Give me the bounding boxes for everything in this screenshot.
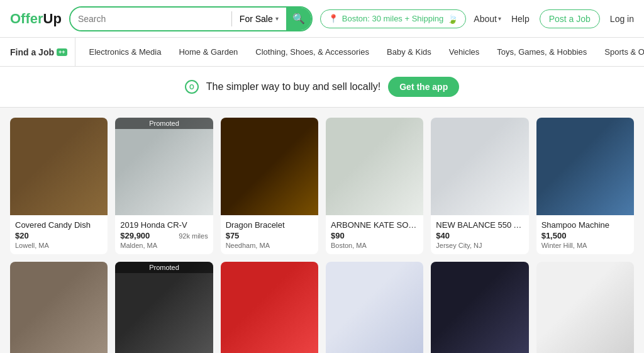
product-info: 2019 Honda CR-V$29,90092k milesMalden, M… (115, 215, 213, 254)
product-card[interactable]: Promoted2019 Honda CR-V$29,90092k milesM… (115, 118, 213, 254)
product-image (536, 262, 634, 353)
banner: O The simpler way to buy and sell locall… (0, 67, 644, 108)
nav-item-sports[interactable]: Sports & Outdoors (596, 38, 644, 66)
promoted-badge: Promoted (115, 262, 213, 273)
product-price: $75 (226, 231, 240, 240)
product-title: ARBONNE KATE SOMER... (331, 220, 418, 230)
product-image (10, 262, 108, 353)
product-image (221, 262, 318, 353)
banner-text: The simpler way to buy and sell locally! (206, 81, 380, 92)
nav-item-baby-kids[interactable]: Baby & Kids (378, 38, 440, 66)
location-icon: 📍 (328, 14, 338, 23)
product-location: Winter Hill, MA (541, 242, 629, 249)
post-job-button[interactable]: Post a Job (540, 9, 600, 28)
for-sale-button[interactable]: For Sale ▾ (232, 8, 286, 30)
nav-item-toys[interactable]: Toys, Games, & Hobbies (488, 38, 596, 66)
help-link[interactable]: Help (511, 14, 530, 24)
product-info: Dragon Bracelet$75Needham, MA (221, 215, 318, 254)
search-button[interactable]: 🔍 (286, 8, 311, 30)
nav-item-clothing[interactable]: Clothing, Shoes, & Accessories (247, 38, 378, 66)
product-location: Boston, MA (331, 242, 418, 249)
product-image (326, 118, 423, 215)
search-icon: 🔍 (292, 13, 305, 25)
product-grid-row1: Covered Candy Dish$20Lowell, MAPromoted2… (10, 118, 634, 254)
product-info: NEW BALANCE 550 AIMÉ...$40Jersey City, N… (431, 215, 528, 254)
product-location: Malden, MA (120, 242, 208, 249)
location-button[interactable]: 📍 Boston: 30 miles + Shipping 🍃 (320, 9, 467, 28)
nav-item-electronics[interactable]: Electronics & Media (80, 38, 170, 66)
about-link[interactable]: About ▾ (474, 14, 501, 24)
header: OfferUp For Sale ▾ 🔍 📍 Boston: 30 miles … (0, 0, 644, 38)
product-card[interactable] (326, 262, 423, 353)
product-price-row: $75 (226, 231, 313, 240)
product-title: Shampoo Machine (541, 220, 629, 230)
promoted-badge: Promoted (115, 118, 213, 129)
product-card[interactable]: Covered Candy Dish$20Lowell, MA (10, 118, 108, 254)
chevron-down-icon: ▾ (498, 15, 501, 22)
offerup-circle-icon: O (185, 80, 199, 94)
search-input[interactable] (70, 8, 231, 30)
product-title: NEW BALANCE 550 AIMÉ... (436, 220, 523, 230)
products-section: Covered Candy Dish$20Lowell, MAPromoted2… (0, 108, 644, 353)
product-image (431, 118, 528, 215)
product-title: Covered Candy Dish (15, 220, 103, 230)
product-price: $40 (436, 231, 450, 240)
product-price: $29,900 (120, 231, 150, 240)
chevron-down-icon: ▾ (275, 15, 279, 22)
product-card[interactable]: Dragon Bracelet$75Needham, MA (221, 118, 318, 254)
product-card[interactable] (10, 262, 108, 353)
product-price: $1,500 (541, 231, 567, 240)
product-card[interactable]: Promoted (115, 262, 213, 353)
product-image: Promoted (115, 118, 213, 215)
product-info: Covered Candy Dish$20Lowell, MA (10, 215, 108, 254)
product-image (10, 118, 108, 215)
nav-bar: Find a Job ++ Electronics & Media Home &… (0, 38, 644, 67)
plus-badge: ++ (57, 48, 67, 56)
logo[interactable]: OfferUp (10, 11, 62, 27)
product-image (431, 262, 528, 353)
find-job-label: Find a Job (10, 47, 54, 57)
product-card[interactable] (536, 262, 634, 353)
product-card[interactable]: Shampoo Machine$1,500Winter Hill, MA (536, 118, 634, 254)
product-location: Jersey City, NJ (436, 242, 523, 249)
product-image: Promoted (115, 262, 213, 353)
product-title: 2019 Honda CR-V (120, 220, 208, 230)
product-title: Dragon Bracelet (226, 220, 313, 230)
product-price-row: $1,500 (541, 231, 629, 240)
product-image (326, 262, 423, 353)
login-button[interactable]: Log in (610, 14, 634, 24)
product-image (536, 118, 634, 215)
product-info: ARBONNE KATE SOMER...$90Boston, MA (326, 215, 423, 254)
product-image (221, 118, 318, 215)
product-card[interactable]: ARBONNE KATE SOMER...$90Boston, MA (326, 118, 423, 254)
product-info: Shampoo Machine$1,500Winter Hill, MA (536, 215, 634, 254)
product-price-row: $90 (331, 231, 418, 240)
product-card[interactable] (431, 262, 528, 353)
for-sale-label: For Sale (240, 14, 273, 24)
product-location: Lowell, MA (15, 242, 103, 249)
product-price-row: $20 (15, 231, 103, 240)
get-app-button[interactable]: Get the app (388, 77, 459, 97)
search-bar: For Sale ▾ 🔍 (69, 6, 313, 31)
find-job-link[interactable]: Find a Job ++ (10, 38, 75, 66)
product-price: $90 (331, 231, 345, 240)
product-grid-row2: Promoted (10, 262, 634, 353)
nav-item-home-garden[interactable]: Home & Garden (170, 38, 247, 66)
product-price: $20 (15, 231, 29, 240)
location-label: Boston: 30 miles + Shipping (342, 14, 444, 23)
product-price-row: $40 (436, 231, 523, 240)
leaf-icon: 🍃 (447, 14, 458, 24)
product-location: Needham, MA (226, 242, 313, 249)
nav-item-vehicles[interactable]: Vehicles (440, 38, 488, 66)
product-miles: 92k miles (179, 232, 208, 240)
product-card[interactable]: NEW BALANCE 550 AIMÉ...$40Jersey City, N… (431, 118, 528, 254)
product-card[interactable] (221, 262, 318, 353)
product-price-row: $29,90092k miles (120, 231, 208, 240)
header-right: About ▾ Help Post a Job Log in (474, 9, 634, 28)
